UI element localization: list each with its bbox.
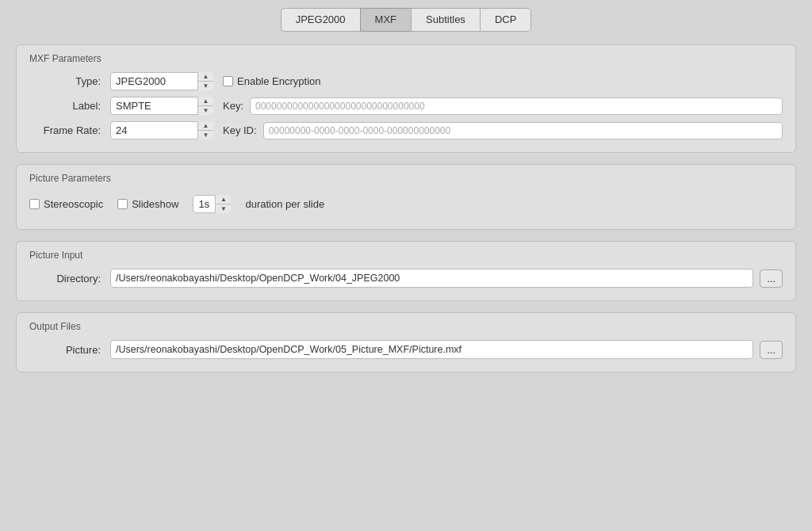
stereoscopic-checkbox[interactable] xyxy=(29,199,40,209)
frame-rate-row: Frame Rate: ▲ ▼ Key ID: xyxy=(29,121,783,139)
duration-down-button[interactable]: ▼ xyxy=(216,204,231,213)
frame-rate-label: Frame Rate: xyxy=(29,124,101,136)
directory-input-row: ... xyxy=(110,269,783,288)
key-id-label: Key ID: xyxy=(223,124,257,136)
picture-input-section: Picture Input Directory: ... xyxy=(16,241,796,301)
slideshow-label[interactable]: Slideshow xyxy=(117,198,178,210)
type-label: Type: xyxy=(29,75,101,87)
frame-rate-stepper: ▲ ▼ xyxy=(110,121,213,139)
key-id-input[interactable] xyxy=(263,122,783,139)
mxf-params-title: MXF Parameters xyxy=(29,53,783,64)
tab-dcp[interactable]: DCP xyxy=(480,8,531,32)
directory-input[interactable] xyxy=(110,269,753,288)
picture-options-row: Stereoscopic Slideshow ▲ ▼ duration per … xyxy=(29,192,783,216)
tab-mxf[interactable]: MXF xyxy=(360,8,411,32)
picture-output-browse-button[interactable]: ... xyxy=(760,341,783,359)
picture-output-input-row: ... xyxy=(110,340,783,359)
duration-stepper: ▲ ▼ xyxy=(193,195,231,213)
enable-encryption-text: Enable Encryption xyxy=(237,75,321,87)
key-input[interactable] xyxy=(250,97,783,115)
enable-encryption-checkbox[interactable] xyxy=(223,76,233,86)
slideshow-checkbox[interactable] xyxy=(117,199,128,209)
enable-encryption-label[interactable]: Enable Encryption xyxy=(223,75,321,87)
label-stepper-buttons: ▲ ▼ xyxy=(197,97,213,115)
label-up-button[interactable]: ▲ xyxy=(198,97,213,106)
slideshow-text: Slideshow xyxy=(132,198,178,210)
duration-up-button[interactable]: ▲ xyxy=(216,195,231,204)
type-down-button[interactable]: ▼ xyxy=(198,82,213,90)
duration-stepper-buttons: ▲ ▼ xyxy=(215,195,231,213)
frame-rate-stepper-buttons: ▲ ▼ xyxy=(197,121,213,139)
picture-output-input[interactable] xyxy=(110,340,753,359)
mxf-params-section: MXF Parameters Type: ▲ ▼ Enable Encrypti… xyxy=(16,44,796,153)
type-stepper: ▲ ▼ xyxy=(110,72,213,90)
stereoscopic-text: Stereoscopic xyxy=(44,198,103,210)
label-down-button[interactable]: ▼ xyxy=(198,106,213,115)
picture-output-label: Picture: xyxy=(29,344,101,356)
directory-label: Directory: xyxy=(29,273,101,285)
tab-bar: JPEG2000 MXF Subtitles DCP xyxy=(0,0,812,32)
key-id-row: Key ID: xyxy=(223,122,783,139)
picture-output-row: Picture: ... xyxy=(29,340,783,359)
directory-row: Directory: ... xyxy=(29,269,783,288)
duration-per-slide-label: duration per slide xyxy=(245,198,324,210)
stereoscopic-label[interactable]: Stereoscopic xyxy=(29,198,103,210)
type-up-button[interactable]: ▲ xyxy=(198,72,213,82)
key-label: Key: xyxy=(223,100,243,112)
key-row: Key: xyxy=(223,97,783,115)
tab-jpeg2000[interactable]: JPEG2000 xyxy=(281,8,360,32)
directory-browse-button[interactable]: ... xyxy=(760,269,783,288)
label-stepper: ▲ ▼ xyxy=(110,97,213,115)
output-files-section: Output Files Picture: ... xyxy=(16,312,796,372)
frame-rate-up-button[interactable]: ▲ xyxy=(198,121,213,131)
label-label: Label: xyxy=(29,100,101,112)
type-stepper-buttons: ▲ ▼ xyxy=(197,72,213,90)
label-row: Label: ▲ ▼ Key: xyxy=(29,97,783,115)
picture-params-title: Picture Parameters xyxy=(29,173,783,184)
tab-subtitles[interactable]: Subtitles xyxy=(411,8,480,32)
picture-input-title: Picture Input xyxy=(29,250,783,261)
output-files-title: Output Files xyxy=(29,321,783,332)
main-content: MXF Parameters Type: ▲ ▼ Enable Encrypti… xyxy=(0,32,812,385)
type-row: Type: ▲ ▼ Enable Encryption xyxy=(29,72,783,90)
frame-rate-down-button[interactable]: ▼ xyxy=(198,131,213,139)
picture-params-section: Picture Parameters Stereoscopic Slidesho… xyxy=(16,164,796,230)
